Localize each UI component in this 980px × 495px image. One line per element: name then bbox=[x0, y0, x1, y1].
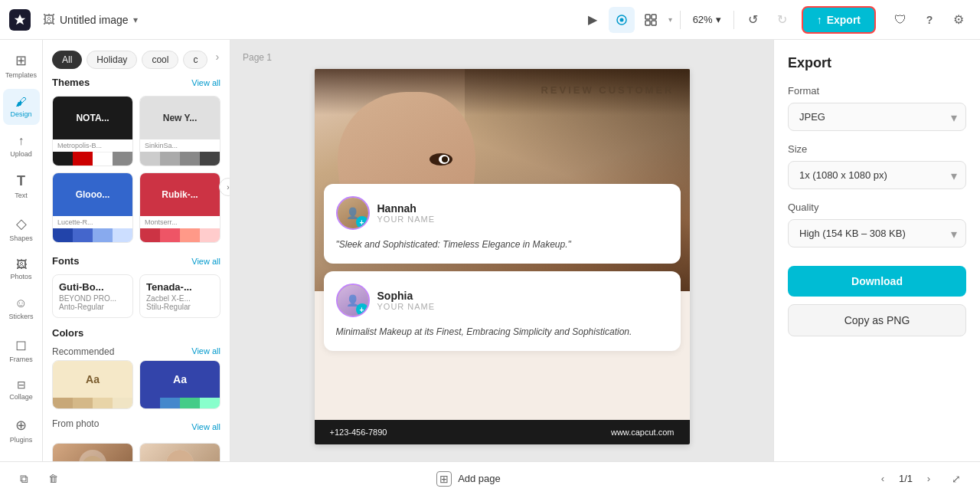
fonts-view-all[interactable]: View all bbox=[191, 257, 220, 266]
page-current: 1/1 bbox=[899, 473, 913, 484]
undo-button[interactable]: ↺ bbox=[740, 7, 766, 33]
photos-label: Photos bbox=[10, 273, 31, 281]
fullscreen-button[interactable]: ⤢ bbox=[945, 467, 968, 490]
zoom-control[interactable]: 62% ▾ bbox=[687, 14, 727, 25]
sidebar-item-shapes[interactable]: ◇ Shapes bbox=[3, 209, 40, 249]
sidebar-item-text[interactable]: T Text bbox=[3, 167, 40, 206]
upload-label: Upload bbox=[10, 150, 32, 159]
theme-newy-name: New Y... bbox=[163, 113, 197, 123]
delete-button[interactable]: 🗑 bbox=[41, 467, 64, 490]
font-guti-name: Guti-Bo... bbox=[59, 281, 126, 293]
design-icon: 🖌 bbox=[15, 95, 27, 108]
svg-point-1 bbox=[619, 18, 623, 21]
font-guti-sub1: BEYOND PRO... bbox=[59, 294, 126, 303]
copy-button[interactable]: ⧉ bbox=[12, 467, 35, 490]
svg-rect-5 bbox=[652, 21, 656, 25]
sidebar-item-design[interactable]: 🖌 Design bbox=[3, 89, 40, 125]
photo-palette-2[interactable] bbox=[139, 443, 220, 461]
chip-cool[interactable]: cool bbox=[142, 51, 178, 69]
shield-button[interactable]: 🛡 bbox=[888, 8, 913, 32]
svg-rect-3 bbox=[652, 15, 656, 19]
quality-select[interactable]: High (154 KB – 308 KB) Medium (80 KB – 1… bbox=[788, 219, 966, 248]
copy-png-button[interactable]: Copy as PNG bbox=[788, 304, 966, 336]
font-tenada-sub2: Stilu-Regular bbox=[146, 303, 214, 311]
topbar-icons: 🛡 ? ⚙ bbox=[888, 8, 971, 32]
chips-more[interactable]: › bbox=[212, 51, 222, 69]
review-card-2[interactable]: 👤 + Sophia YOUR NAME Minimalist Makeup a… bbox=[324, 271, 681, 351]
avatar-plus-1: + bbox=[356, 216, 368, 228]
help-button[interactable]: ? bbox=[917, 8, 942, 32]
topbar: 🖼 Untitled image ▾ ▶ ▾ 62% ▾ ↺ ↻ ↑ Expor… bbox=[0, 0, 980, 40]
format-select[interactable]: JPEG PNG PDF SVG bbox=[788, 103, 966, 131]
review-cards: 👤 + Hannah YOUR NAME "Sleek and Sophisti… bbox=[324, 184, 681, 351]
redo-button[interactable]: ↻ bbox=[769, 7, 795, 33]
title-chevron[interactable]: ▾ bbox=[133, 15, 138, 25]
sidebar-item-frames[interactable]: ◻ Frames bbox=[3, 330, 40, 370]
panel-expand-button[interactable]: › bbox=[219, 178, 230, 196]
export-upload-icon: ↑ bbox=[817, 14, 822, 26]
themes-grid: NOTA... Metropolis-B... New Y... SinkinS… bbox=[52, 96, 220, 243]
page-prev-button[interactable]: ‹ bbox=[873, 469, 893, 489]
photos-icon: 🖼 bbox=[16, 258, 27, 270]
quality-field: Quality High (154 KB – 308 KB) Medium (8… bbox=[788, 202, 966, 248]
design-label: Design bbox=[10, 110, 31, 119]
photo-palette-1[interactable] bbox=[52, 443, 133, 461]
filter-chips: All Holiday cool c › bbox=[43, 46, 230, 77]
size-select[interactable]: 1x (1080 x 1080 px) 2x (2160 x 2160 px) … bbox=[788, 161, 966, 189]
sidebar-item-upload[interactable]: ↑ Upload bbox=[3, 128, 40, 165]
layout-button[interactable] bbox=[638, 7, 664, 33]
add-page-icon: ⊞ bbox=[436, 471, 452, 487]
format-select-wrapper: JPEG PNG PDF SVG bbox=[788, 103, 966, 131]
themes-view-all[interactable]: View all bbox=[191, 78, 220, 87]
palette-cool[interactable]: Aa bbox=[139, 360, 220, 409]
theme-rubik-sub: Montserr... bbox=[140, 216, 220, 228]
sidebar-item-stickers[interactable]: ☺ Stickers bbox=[3, 290, 40, 327]
theme-nota-name: NOTA... bbox=[76, 113, 109, 123]
download-button[interactable]: Download bbox=[788, 266, 966, 297]
file-icon: 🖼 bbox=[43, 13, 55, 27]
theme-card-newy[interactable]: New Y... SinkinSa... bbox=[139, 96, 220, 166]
collage-icon: ⊟ bbox=[17, 379, 26, 391]
collage-label: Collage bbox=[9, 393, 33, 402]
add-page-button[interactable]: ⊞ Add page bbox=[436, 471, 501, 487]
settings-button[interactable]: ⚙ bbox=[946, 8, 971, 32]
canvas-frame[interactable]: REVIEW CUSTOMER 👤 + Hannah bbox=[315, 69, 690, 444]
bottom-right-tools: ‹ 1/1 › ⤢ bbox=[873, 467, 968, 490]
page-next-button[interactable]: › bbox=[919, 469, 939, 489]
canvas-wrapper: ⚙ ··· bbox=[315, 69, 690, 444]
document-title[interactable]: Untitled image bbox=[60, 14, 129, 26]
palette-cool-text: Aa bbox=[173, 373, 187, 385]
fonts-section: Fonts View all Guti-Bo... BEYOND PRO... … bbox=[43, 255, 230, 327]
reviewer-1-name: Hannah bbox=[377, 202, 436, 215]
reviewer-2-sub: YOUR NAME bbox=[377, 302, 436, 311]
templates-label: Templates bbox=[5, 71, 37, 80]
colors-section: Colors Recommended View all Aa bbox=[43, 327, 230, 461]
export-button[interactable]: ↑ Export bbox=[802, 6, 876, 34]
fonts-title: Fonts bbox=[52, 255, 79, 267]
chip-c[interactable]: c bbox=[183, 51, 207, 69]
theme-card-glooo[interactable]: Glooo... Lucette-R... bbox=[52, 172, 133, 243]
review-card-1[interactable]: 👤 + Hannah YOUR NAME "Sleek and Sophisti… bbox=[324, 184, 681, 264]
size-select-wrapper: 1x (1080 x 1080 px) 2x (2160 x 2160 px) … bbox=[788, 161, 966, 189]
colors-title: Colors bbox=[52, 327, 83, 339]
svg-rect-2 bbox=[645, 15, 650, 19]
cursor-button[interactable] bbox=[609, 7, 635, 33]
recommended-view-all[interactable]: View all bbox=[191, 346, 220, 356]
svg-rect-4 bbox=[645, 21, 650, 25]
theme-card-rubik[interactable]: Rubik-... Montserr... bbox=[139, 172, 220, 243]
font-card-guti[interactable]: Guti-Bo... BEYOND PRO... Anto-Regular bbox=[52, 274, 133, 318]
theme-newy-sub: SinkinSa... bbox=[140, 139, 220, 152]
play-button[interactable]: ▶ bbox=[580, 7, 606, 33]
sidebar-item-plugins[interactable]: ⊕ Plugins bbox=[3, 411, 40, 451]
chip-holiday[interactable]: Holiday bbox=[87, 51, 137, 69]
palette-warm[interactable]: Aa bbox=[52, 360, 133, 409]
from-photo-view-all[interactable]: View all bbox=[191, 422, 220, 431]
sidebar-item-collage[interactable]: ⊟ Collage bbox=[3, 372, 40, 408]
theme-card-nota[interactable]: NOTA... Metropolis-B... bbox=[52, 96, 133, 166]
sidebar-item-templates[interactable]: ⊞ Templates bbox=[3, 46, 40, 86]
font-card-tenada[interactable]: Tenada-... Zacbel X-E... Stilu-Regular bbox=[139, 274, 220, 318]
sidebar-item-photos[interactable]: 🖼 Photos bbox=[3, 252, 40, 287]
chip-all[interactable]: All bbox=[52, 51, 82, 69]
font-tenada-sub1: Zacbel X-E... bbox=[146, 294, 214, 303]
app-logo[interactable] bbox=[9, 9, 31, 31]
